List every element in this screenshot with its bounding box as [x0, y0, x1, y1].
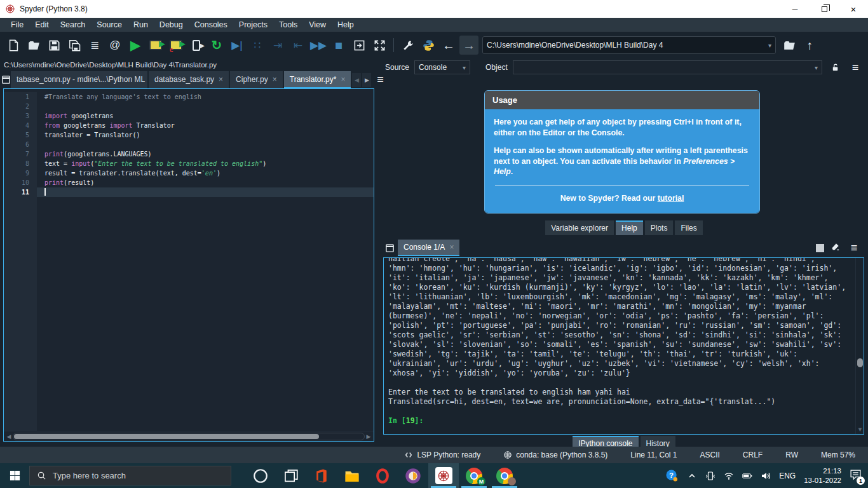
file-explorer-icon[interactable]: [337, 463, 367, 488]
code-editor[interactable]: 1234567891011 #Translate any language's …: [3, 88, 374, 442]
interrupt-kernel-icon[interactable]: [816, 244, 824, 252]
browse-tabs-icon[interactable]: [381, 240, 398, 256]
task-view-icon[interactable]: [276, 463, 306, 488]
lock-icon[interactable]: [827, 60, 843, 75]
working-directory-combo[interactable]: C:\Users\mdine\OneDrive\Desktop\MLH Buil…: [482, 36, 776, 54]
chrome-profile2-icon[interactable]: [489, 463, 520, 488]
new-window-icon[interactable]: [349, 36, 369, 55]
help-bubble-icon[interactable]: ?: [665, 469, 679, 482]
debug-continue-icon[interactable]: ▶▶: [309, 36, 328, 55]
taskbar-search-input[interactable]: Type here to search: [29, 466, 231, 485]
run-selection-icon[interactable]: [187, 36, 206, 55]
debug-stop-icon[interactable]: ■: [329, 36, 348, 55]
toolbar-separator: [393, 38, 394, 52]
debug-step-over-icon[interactable]: ∷: [248, 36, 267, 55]
run-cell-icon[interactable]: [146, 36, 165, 55]
menu-item-search[interactable]: Search: [55, 18, 92, 32]
tab-plots[interactable]: Plots: [645, 220, 674, 235]
menu-item-debug[interactable]: Debug: [154, 18, 189, 32]
close-icon[interactable]: ×: [449, 243, 454, 252]
scroll-tabs-right-icon[interactable]: ▶: [362, 73, 371, 87]
close-button[interactable]: ×: [839, 0, 868, 18]
menu-item-consoles[interactable]: Consoles: [189, 18, 233, 32]
browse-directory-icon[interactable]: [780, 36, 799, 55]
debug-step-return-icon[interactable]: ⇤: [288, 36, 308, 55]
battery-icon[interactable]: [742, 471, 752, 481]
menu-item-file[interactable]: File: [5, 18, 29, 32]
outline-explorer-icon[interactable]: ≣: [85, 36, 104, 55]
symbol-finder-icon[interactable]: @: [105, 36, 125, 55]
notifications-icon[interactable]: 1: [850, 468, 862, 483]
help-options-icon[interactable]: ≡: [848, 60, 863, 75]
editor-tab-0[interactable]: tabase_conn.py - mdine\...\Python ML×: [11, 71, 147, 88]
chevron-down-icon[interactable]: ▾: [459, 64, 466, 71]
editor-tab-1[interactable]: database_task.py×: [149, 71, 229, 88]
tutorial-link[interactable]: tutorial: [658, 194, 684, 203]
menu-item-source[interactable]: Source: [91, 18, 128, 32]
run-cell-advance-icon[interactable]: [166, 36, 186, 55]
start-button[interactable]: [0, 463, 29, 488]
clock[interactable]: 21:13 13-01-2022: [804, 466, 841, 485]
python-path-icon[interactable]: [419, 36, 438, 55]
close-icon[interactable]: ×: [273, 75, 277, 84]
tor-browser-icon[interactable]: [398, 463, 428, 488]
spyder-taskbar-icon[interactable]: [428, 463, 459, 488]
restore-button[interactable]: [810, 0, 839, 18]
wifi-icon[interactable]: [724, 471, 734, 481]
maximize-pane-icon[interactable]: [370, 36, 389, 55]
clear-console-icon[interactable]: [831, 242, 840, 254]
menu-item-view[interactable]: View: [303, 18, 332, 32]
help-source-combo[interactable]: Console ▾: [414, 60, 470, 74]
opera-icon[interactable]: [367, 463, 398, 488]
hscroll-thumb[interactable]: [14, 434, 319, 439]
chevron-down-icon[interactable]: ▾: [811, 64, 818, 71]
scroll-right-icon[interactable]: ▶: [365, 433, 372, 440]
menu-item-edit[interactable]: Edit: [29, 18, 55, 32]
cortana-icon[interactable]: [245, 463, 276, 488]
tray-expand-icon[interactable]: [687, 471, 697, 481]
close-icon[interactable]: ×: [219, 75, 223, 84]
scroll-tabs-left-icon[interactable]: ◀: [352, 73, 361, 87]
scroll-left-icon[interactable]: ◀: [5, 433, 13, 440]
tab-help[interactable]: Help: [616, 220, 643, 235]
chrome-profile1-icon[interactable]: M: [459, 463, 489, 488]
minimize-button[interactable]: ─: [780, 0, 810, 18]
console-vscrollbar[interactable]: ▼: [855, 258, 864, 434]
menu-item-tools[interactable]: Tools: [273, 18, 303, 32]
parent-directory-icon[interactable]: ↑: [800, 36, 819, 55]
scroll-down-icon[interactable]: ▼: [857, 426, 863, 433]
line-number: 4: [4, 121, 29, 130]
console-output[interactable]: haitian creole', 'ha': 'hausa', 'haw': '…: [383, 257, 864, 435]
device-link-icon[interactable]: [705, 471, 715, 481]
editor-tab-3[interactable]: Translator.py*×: [284, 71, 351, 88]
debug-file-icon[interactable]: ▶|: [227, 36, 247, 55]
debug-step-into-icon[interactable]: ⇥: [268, 36, 287, 55]
editor-tab-2[interactable]: Cipher.py×: [230, 71, 283, 88]
menu-item-run[interactable]: Run: [128, 18, 154, 32]
open-file-icon[interactable]: [24, 36, 43, 55]
editor-hscrollbar[interactable]: ◀ ▶: [4, 431, 374, 441]
forward-icon[interactable]: →: [459, 36, 478, 55]
tab-variable-explorer[interactable]: Variable explorer: [545, 220, 614, 235]
vscroll-thumb[interactable]: [857, 358, 863, 367]
save-all-icon[interactable]: [65, 36, 84, 55]
office-icon[interactable]: [306, 463, 337, 488]
console-options-icon[interactable]: ≡: [846, 240, 862, 255]
menu-item-projects[interactable]: Projects: [233, 18, 273, 32]
preferences-icon[interactable]: [398, 36, 417, 55]
tab-files[interactable]: Files: [675, 220, 702, 235]
run-file-icon[interactable]: ▶: [126, 36, 145, 55]
new-file-icon[interactable]: [4, 36, 23, 55]
console-tab[interactable]: Console 1/A ×: [398, 240, 459, 256]
browse-tabs-icon[interactable]: [1, 71, 11, 88]
rerun-icon[interactable]: ↻: [207, 36, 226, 55]
language-indicator[interactable]: ENG: [779, 471, 796, 480]
menu-item-help[interactable]: Help: [332, 18, 360, 32]
save-icon[interactable]: [44, 36, 64, 55]
chevron-down-icon[interactable]: ▾: [765, 42, 771, 49]
help-object-combo[interactable]: ▾: [513, 60, 822, 74]
back-icon[interactable]: ←: [439, 36, 458, 55]
volume-icon[interactable]: [761, 471, 771, 481]
close-icon[interactable]: ×: [341, 75, 345, 84]
editor-code[interactable]: #Translate any language's text to englis…: [37, 92, 374, 431]
